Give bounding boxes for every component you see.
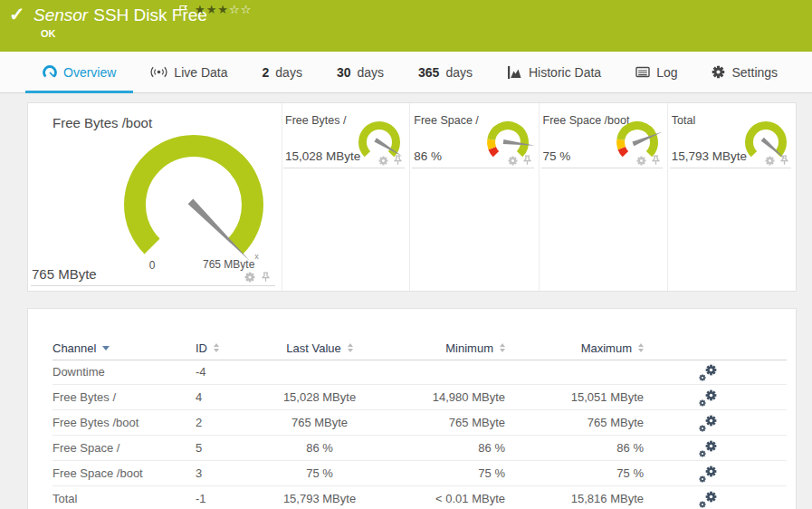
sensor-type-label: Sensor [33,5,88,24]
sort-icon [214,343,219,352]
gauge-icon [43,65,57,80]
gauge-title: Free Space / [414,114,479,127]
column-header-last-value[interactable]: Last Value [286,341,352,355]
channel-table-row: Free Space /boot 3 75 % 75 % 75 % [53,461,787,486]
channel-minimum: < 0.01 MByte [435,492,505,505]
tab-365-days[interactable]: 365days [401,52,490,92]
channel-settings-icon[interactable] [699,491,730,507]
divider [670,168,791,168]
channel-id: -1 [196,492,206,505]
primary-gauge-block: Free Bytes /boot x 0 765 MByte 765 MByte [28,103,282,291]
channel-table-body: Downtime -4 Free Bytes / 4 15,028 MByte … [53,360,787,509]
column-header-maximum[interactable]: Maximum [581,341,644,355]
gauge-settings-icon[interactable] [765,156,775,166]
divider [412,168,533,168]
gauge-settings-icon[interactable] [378,156,388,166]
channel-last-value: 765 MByte [291,416,348,429]
channel-last-value: 15,028 MByte [283,390,356,404]
channel-settings-icon[interactable] [699,415,730,431]
tab-historic-data[interactable]: Historic Data [490,52,618,92]
column-header-id[interactable]: ID [196,341,219,355]
channel-id: -4 [196,365,206,379]
tab-settings[interactable]: Settings [694,52,795,92]
gauge-value: 86 % [414,149,442,163]
gauge-value: 15,028 MByte [285,149,360,163]
channel-name-link[interactable]: Free Space /boot [53,466,143,480]
divider [541,168,663,168]
tab-overview[interactable]: Overview [25,52,133,92]
channel-settings-icon[interactable] [699,364,730,380]
channel-id: 4 [196,390,202,404]
channel-settings-icon[interactable] [699,389,730,406]
sort-desc-icon [102,346,110,351]
channel-table-header: Channel ID Last Value Minimum Maximum [53,336,787,360]
channel-maximum: 15,051 MByte [571,390,644,404]
area-chart-icon [507,66,522,79]
channel-table-row: Free Space / 5 86 % 86 % 86 % [53,436,787,461]
channel-minimum: 14,980 MByte [433,390,505,404]
channel-last-value: 75 % [306,466,333,480]
priority-stars[interactable]: ★★★☆☆ [195,4,252,15]
channel-minimum: 86 % [478,441,505,455]
channel-table-row: Free Bytes / 4 15,028 MByte 14,980 MByte… [53,385,787,410]
channel-table-panel: Channel ID Last Value Minimum Maximum Do… [27,308,797,509]
gauge-pin-icon[interactable] [779,155,789,166]
gauge-block-total: Total 15,793 MByte [668,103,796,291]
gauge-title: Free Bytes / [285,114,346,127]
divider [31,285,275,286]
gauge-pin-icon[interactable] [651,155,661,166]
channel-name-link[interactable]: Total [53,492,77,505]
gauge-settings-icon[interactable] [508,156,518,166]
channel-table-row: Free Bytes /boot 2 765 MByte 765 MByte 7… [53,410,787,436]
tab-live-data[interactable]: Live Data [133,52,244,92]
sort-icon [638,343,644,352]
sensor-status-badge: OK [41,28,56,39]
column-header-minimum[interactable]: Minimum [445,341,505,355]
small-gauge-row: Free Bytes / 15,028 MByte Free Space / 8… [282,103,796,291]
gauge-pin-icon[interactable] [261,272,271,283]
channel-table-row: Downtime -4 [53,360,787,385]
channel-id: 5 [196,441,202,455]
channel-name-link[interactable]: Free Bytes /boot [53,416,139,429]
gauge-pin-icon[interactable] [522,155,532,166]
channel-table-row: Total -1 15,793 MByte < 0.01 MByte 15,81… [53,486,787,509]
channel-minimum: 765 MByte [449,416,505,429]
channel-maximum: 86 % [616,441,644,455]
gauge-block-free-space-boot: Free Space /boot 75 % [540,103,668,291]
gauge-scale-max: 765 MByte [203,258,254,271]
gauge-pin-icon[interactable] [393,155,403,166]
divider [283,168,405,168]
gauge-settings-icon[interactable] [244,272,255,283]
tab-log[interactable]: Log [618,52,694,92]
sort-icon [348,343,353,352]
sensor-header: ✓ SensorSSH Disk Free ★★★☆☆ OK [0,0,812,52]
channel-name-link[interactable]: Downtime [53,365,105,379]
gauge-title: Total [672,114,695,127]
gauge-block-free-bytes-root: Free Bytes / 15,028 MByte [282,103,410,291]
channel-name-link[interactable]: Free Space / [53,441,119,455]
primary-gauge: x [94,119,293,282]
gauge-settings-icon[interactable] [636,156,646,166]
channel-name-link[interactable]: Free Bytes / [53,390,116,404]
tab-bar: Overview Live Data 2days 30days 365days … [0,52,812,93]
channel-settings-icon[interactable] [699,440,730,456]
channel-minimum: 75 % [478,466,505,480]
channel-settings-icon[interactable] [699,466,730,482]
channel-id: 3 [196,466,202,480]
sensor-name: SSH Disk Free [93,5,207,24]
tab-30-days[interactable]: 30days [320,52,401,92]
channel-last-value: 86 % [306,441,333,455]
channel-maximum: 765 MByte [588,416,644,429]
tab-2-days[interactable]: 2days [245,52,320,92]
sort-icon [500,343,505,352]
column-header-channel[interactable]: Channel [53,341,110,355]
channel-maximum: 75 % [616,466,644,480]
gauge-block-free-space-root: Free Space / 86 % [410,103,539,291]
primary-gauge-value: 765 MByte [32,266,97,282]
priority-flag-icon[interactable] [178,4,188,20]
channel-maximum: 15,816 MByte [571,492,644,505]
gauge-value: 15,793 MByte [672,149,747,163]
live-icon [150,66,167,78]
overview-panel: Free Bytes /boot x 0 765 MByte 765 MByte… [27,102,797,292]
log-icon [635,66,650,78]
